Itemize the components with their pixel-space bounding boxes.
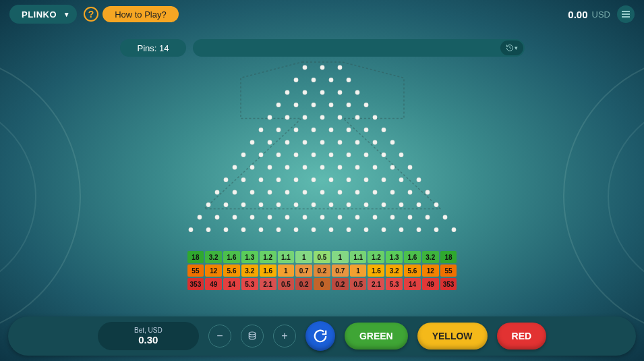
svg-point-90: [241, 202, 245, 207]
svg-point-98: [381, 202, 386, 207]
how-to-play-button[interactable]: How to Play?: [103, 6, 179, 22]
svg-point-66: [276, 177, 281, 182]
svg-point-130: [416, 227, 421, 232]
chevron-down-icon: ▼: [63, 11, 70, 18]
svg-point-121: [258, 227, 263, 232]
svg-point-9: [320, 90, 324, 95]
green-slot: 3.2: [205, 251, 222, 263]
svg-point-51: [399, 152, 403, 157]
drop-green-button[interactable]: GREEN: [345, 323, 408, 350]
balance-amount: 0.00: [568, 9, 587, 20]
svg-point-30: [346, 128, 351, 132]
svg-point-107: [285, 215, 289, 220]
svg-point-127: [363, 227, 368, 232]
red-slot: 49: [205, 278, 222, 290]
drop-red-button[interactable]: RED: [497, 323, 547, 350]
svg-point-3: [293, 78, 298, 82]
red-slot: 14: [404, 278, 421, 290]
svg-point-23: [355, 115, 359, 120]
svg-point-122: [276, 227, 281, 232]
svg-point-114: [407, 215, 412, 220]
svg-point-31: [363, 128, 368, 132]
svg-point-22: [337, 115, 342, 120]
svg-point-132: [451, 227, 456, 232]
game-select-dropdown[interactable]: PLINKO ▼: [9, 5, 77, 24]
svg-point-63: [223, 177, 228, 182]
svg-point-17: [363, 103, 368, 107]
yellow-slot: 12: [205, 265, 222, 277]
bet-decrease-button[interactable]: −: [208, 325, 231, 348]
yellow-slot: 1.6: [368, 265, 384, 277]
svg-point-25: [258, 128, 263, 132]
svg-point-42: [241, 152, 245, 157]
svg-point-110: [337, 215, 342, 220]
yellow-slot: 3.2: [386, 265, 403, 277]
chevron-down-icon: ▾: [515, 45, 518, 51]
yellow-slot: 12: [422, 265, 439, 277]
bet-display[interactable]: Bet, USD 0.30: [98, 322, 199, 350]
svg-point-8: [302, 90, 307, 95]
play-button[interactable]: [305, 321, 335, 351]
green-slot: 18: [187, 251, 204, 263]
svg-point-97: [363, 202, 368, 207]
green-slot: 1.2: [368, 251, 384, 263]
svg-point-21: [320, 115, 324, 120]
red-row: 35349145.32.10.50.200.20.52.15.31449353: [187, 278, 457, 290]
svg-point-126: [346, 227, 351, 232]
svg-point-99: [399, 202, 403, 207]
bet-increase-button[interactable]: +: [273, 325, 296, 348]
decorative-arc-left: [0, 54, 81, 337]
green-slot: 1.6: [404, 251, 421, 263]
green-slot: 1.1: [278, 251, 295, 263]
menu-button[interactable]: [617, 5, 635, 23]
svg-point-108: [302, 215, 307, 220]
svg-point-65: [258, 177, 263, 182]
yellow-slot: 1.6: [260, 265, 276, 277]
svg-point-13: [293, 103, 298, 107]
svg-point-5: [328, 78, 333, 82]
svg-point-105: [250, 215, 254, 220]
svg-point-103: [214, 215, 219, 220]
svg-point-6: [346, 78, 351, 82]
svg-point-47: [328, 152, 333, 157]
bet-stack-button[interactable]: [241, 325, 264, 348]
green-slot: 1.6: [223, 251, 240, 263]
svg-point-70: [346, 177, 351, 182]
svg-point-32: [381, 128, 386, 132]
red-slot: 2.1: [260, 278, 276, 290]
svg-point-45: [293, 152, 298, 157]
svg-point-10: [337, 90, 342, 95]
history-toggle-button[interactable]: ▾: [500, 40, 523, 55]
svg-point-120: [241, 227, 245, 232]
svg-point-61: [390, 165, 394, 170]
svg-point-118: [206, 227, 210, 232]
svg-point-7: [285, 90, 289, 95]
svg-point-92: [276, 202, 281, 207]
svg-point-43: [258, 152, 263, 157]
green-slot: 1.1: [350, 251, 367, 263]
svg-point-125: [328, 227, 333, 232]
svg-point-83: [355, 190, 359, 195]
svg-point-129: [399, 227, 403, 232]
red-slot: 0.2: [295, 278, 312, 290]
bottom-panel: Bet, USD 0.30 − + GREEN YELLOW RED: [8, 316, 636, 356]
svg-point-79: [285, 190, 289, 195]
svg-point-0: [302, 65, 307, 70]
multiplier-slots: 183.21.61.31.21.110.511.11.21.31.63.218 …: [187, 251, 457, 290]
svg-point-64: [241, 177, 245, 182]
pins-selector[interactable]: Pins: 14: [120, 39, 187, 57]
svg-point-76: [232, 190, 237, 195]
green-slot: 1.3: [386, 251, 403, 263]
svg-point-36: [302, 140, 307, 145]
svg-point-39: [355, 140, 359, 145]
svg-point-82: [337, 190, 342, 195]
svg-point-44: [276, 152, 281, 157]
svg-point-96: [346, 202, 351, 207]
svg-point-123: [293, 227, 298, 232]
svg-point-133: [249, 332, 255, 335]
help-icon[interactable]: ?: [84, 7, 98, 22]
drop-yellow-button[interactable]: YELLOW: [417, 323, 488, 350]
svg-point-124: [311, 227, 316, 232]
svg-point-119: [223, 227, 228, 232]
green-slot: 1.3: [241, 251, 258, 263]
